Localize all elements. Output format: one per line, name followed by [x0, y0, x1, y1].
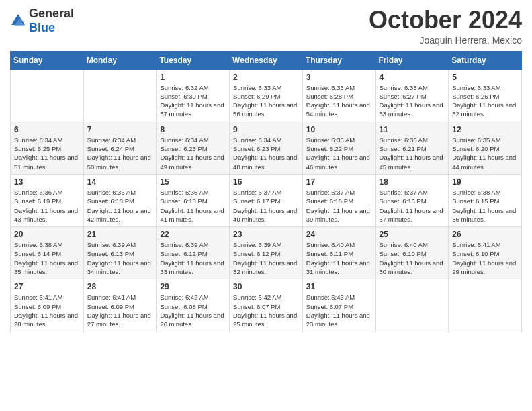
weekday-header-wednesday: Wednesday [230, 51, 303, 69]
day-number: 27 [14, 282, 80, 291]
day-cell: 9Sunrise: 6:34 AM Sunset: 6:23 PM Daylig… [230, 122, 303, 174]
day-cell: 31Sunrise: 6:43 AM Sunset: 6:07 PM Dayli… [302, 279, 375, 332]
day-cell: 23Sunrise: 6:39 AM Sunset: 6:12 PM Dayli… [230, 227, 303, 279]
day-cell: 1Sunrise: 6:32 AM Sunset: 6:30 PM Daylig… [157, 69, 230, 122]
day-info: Sunrise: 6:36 AM Sunset: 6:18 PM Dayligh… [160, 188, 226, 224]
day-info: Sunrise: 6:35 AM Sunset: 6:20 PM Dayligh… [452, 136, 518, 171]
day-number: 18 [380, 177, 445, 187]
day-cell: 5Sunrise: 6:33 AM Sunset: 6:26 PM Daylig… [449, 69, 522, 122]
day-number: 6 [14, 125, 80, 134]
calendar-table: SundayMondayTuesdayWednesdayThursdayFrid… [10, 51, 522, 332]
day-cell: 7Sunrise: 6:34 AM Sunset: 6:24 PM Daylig… [83, 122, 157, 174]
day-cell [11, 69, 84, 122]
day-cell: 4Sunrise: 6:33 AM Sunset: 6:27 PM Daylig… [375, 69, 449, 122]
day-number: 19 [452, 177, 518, 187]
day-info: Sunrise: 6:33 AM Sunset: 6:29 PM Dayligh… [233, 83, 299, 119]
day-number: 29 [160, 282, 226, 291]
day-info: Sunrise: 6:34 AM Sunset: 6:24 PM Dayligh… [87, 136, 153, 171]
day-number: 4 [380, 73, 445, 82]
logo-text: General Blue [29, 7, 74, 35]
week-row-2: 13Sunrise: 6:36 AM Sunset: 6:19 PM Dayli… [11, 174, 522, 226]
day-info: Sunrise: 6:39 AM Sunset: 6:12 PM Dayligh… [233, 240, 299, 276]
day-number: 23 [233, 230, 299, 239]
day-info: Sunrise: 6:42 AM Sunset: 6:07 PM Dayligh… [233, 293, 299, 328]
day-info: Sunrise: 6:32 AM Sunset: 6:30 PM Dayligh… [160, 83, 226, 119]
day-info: Sunrise: 6:34 AM Sunset: 6:23 PM Dayligh… [233, 136, 299, 171]
day-cell: 16Sunrise: 6:37 AM Sunset: 6:17 PM Dayli… [230, 174, 303, 226]
day-number: 12 [452, 125, 518, 134]
day-info: Sunrise: 6:33 AM Sunset: 6:27 PM Dayligh… [380, 83, 445, 119]
weekday-header-sunday: Sunday [11, 51, 84, 69]
day-number: 20 [14, 230, 80, 239]
day-info: Sunrise: 6:40 AM Sunset: 6:11 PM Dayligh… [306, 240, 372, 276]
day-number: 14 [87, 177, 153, 187]
weekday-header-thursday: Thursday [302, 51, 375, 69]
day-cell: 22Sunrise: 6:39 AM Sunset: 6:12 PM Dayli… [157, 227, 230, 279]
logo: General Blue [10, 7, 74, 35]
day-info: Sunrise: 6:38 AM Sunset: 6:15 PM Dayligh… [452, 188, 518, 224]
day-cell [449, 279, 522, 332]
day-cell: 6Sunrise: 6:34 AM Sunset: 6:25 PM Daylig… [11, 122, 84, 174]
day-cell: 3Sunrise: 6:33 AM Sunset: 6:28 PM Daylig… [302, 69, 375, 122]
day-number: 8 [160, 125, 226, 134]
day-number: 22 [160, 230, 226, 239]
weekday-header-friday: Friday [375, 51, 449, 69]
day-number: 9 [233, 125, 299, 134]
weekday-header-saturday: Saturday [449, 51, 522, 69]
page: General Blue October 2024 Joaquin Herrer… [0, 0, 532, 411]
day-cell: 26Sunrise: 6:41 AM Sunset: 6:10 PM Dayli… [449, 227, 522, 279]
calendar-body: 1Sunrise: 6:32 AM Sunset: 6:30 PM Daylig… [11, 69, 522, 332]
header-right: October 2024 Joaquin Herrera, Mexico [369, 7, 522, 46]
day-cell: 11Sunrise: 6:35 AM Sunset: 6:21 PM Dayli… [375, 122, 449, 174]
day-info: Sunrise: 6:37 AM Sunset: 6:15 PM Dayligh… [380, 188, 445, 224]
day-info: Sunrise: 6:40 AM Sunset: 6:10 PM Dayligh… [380, 240, 445, 276]
day-cell: 15Sunrise: 6:36 AM Sunset: 6:18 PM Dayli… [157, 174, 230, 226]
day-info: Sunrise: 6:37 AM Sunset: 6:16 PM Dayligh… [306, 188, 372, 224]
header: General Blue October 2024 Joaquin Herrer… [10, 7, 522, 46]
weekday-header-tuesday: Tuesday [157, 51, 230, 69]
day-cell [83, 69, 157, 122]
day-info: Sunrise: 6:35 AM Sunset: 6:21 PM Dayligh… [380, 136, 445, 171]
day-number: 25 [380, 230, 445, 239]
logo-general: General [29, 7, 74, 20]
day-cell: 12Sunrise: 6:35 AM Sunset: 6:20 PM Dayli… [449, 122, 522, 174]
day-number: 26 [452, 230, 518, 239]
day-cell: 2Sunrise: 6:33 AM Sunset: 6:29 PM Daylig… [230, 69, 303, 122]
day-number: 15 [160, 177, 226, 187]
day-cell: 25Sunrise: 6:40 AM Sunset: 6:10 PM Dayli… [375, 227, 449, 279]
day-info: Sunrise: 6:41 AM Sunset: 6:09 PM Dayligh… [87, 293, 153, 328]
day-number: 30 [233, 282, 299, 291]
logo-icon [10, 13, 26, 29]
week-row-3: 20Sunrise: 6:38 AM Sunset: 6:14 PM Dayli… [11, 227, 522, 279]
day-info: Sunrise: 6:42 AM Sunset: 6:08 PM Dayligh… [160, 293, 226, 328]
month-title: October 2024 [369, 7, 522, 34]
day-cell: 29Sunrise: 6:42 AM Sunset: 6:08 PM Dayli… [157, 279, 230, 332]
day-info: Sunrise: 6:36 AM Sunset: 6:18 PM Dayligh… [87, 188, 153, 224]
day-info: Sunrise: 6:39 AM Sunset: 6:12 PM Dayligh… [160, 240, 226, 276]
day-cell: 19Sunrise: 6:38 AM Sunset: 6:15 PM Dayli… [449, 174, 522, 226]
day-info: Sunrise: 6:39 AM Sunset: 6:13 PM Dayligh… [87, 240, 153, 276]
day-cell: 20Sunrise: 6:38 AM Sunset: 6:14 PM Dayli… [11, 227, 84, 279]
day-number: 17 [306, 177, 372, 187]
day-cell: 8Sunrise: 6:34 AM Sunset: 6:23 PM Daylig… [157, 122, 230, 174]
day-number: 7 [87, 125, 153, 134]
day-cell: 28Sunrise: 6:41 AM Sunset: 6:09 PM Dayli… [83, 279, 157, 332]
week-row-1: 6Sunrise: 6:34 AM Sunset: 6:25 PM Daylig… [11, 122, 522, 174]
day-cell: 14Sunrise: 6:36 AM Sunset: 6:18 PM Dayli… [83, 174, 157, 226]
location-title: Joaquin Herrera, Mexico [369, 35, 522, 46]
day-cell: 27Sunrise: 6:41 AM Sunset: 6:09 PM Dayli… [11, 279, 84, 332]
day-cell: 18Sunrise: 6:37 AM Sunset: 6:15 PM Dayli… [375, 174, 449, 226]
day-info: Sunrise: 6:34 AM Sunset: 6:23 PM Dayligh… [160, 136, 226, 171]
day-cell: 10Sunrise: 6:35 AM Sunset: 6:22 PM Dayli… [302, 122, 375, 174]
logo-blue: Blue [29, 21, 55, 34]
day-number: 13 [14, 177, 80, 187]
day-number: 21 [87, 230, 153, 239]
week-row-0: 1Sunrise: 6:32 AM Sunset: 6:30 PM Daylig… [11, 69, 522, 122]
day-cell: 30Sunrise: 6:42 AM Sunset: 6:07 PM Dayli… [230, 279, 303, 332]
day-number: 28 [87, 282, 153, 291]
day-cell: 13Sunrise: 6:36 AM Sunset: 6:19 PM Dayli… [11, 174, 84, 226]
day-cell [375, 279, 449, 332]
day-info: Sunrise: 6:43 AM Sunset: 6:07 PM Dayligh… [306, 293, 372, 328]
day-number: 24 [306, 230, 372, 239]
day-number: 5 [452, 73, 518, 82]
